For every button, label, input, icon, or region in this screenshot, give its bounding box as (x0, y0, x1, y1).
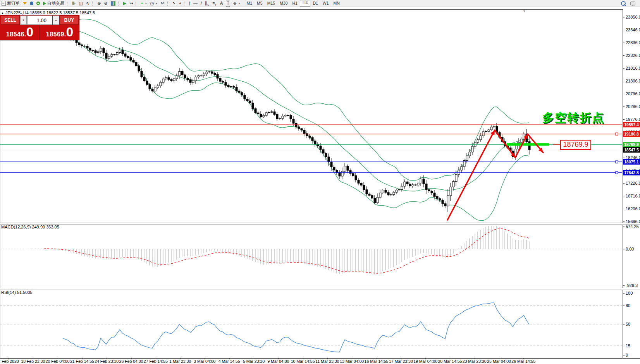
autotrading-button-label: 自动交易 (47, 0, 64, 6)
template-mail-icon-glyph: ✉ (161, 0, 164, 6)
rsi-indicator-label: RSI(14) 51.5005 (1, 290, 33, 295)
line-chart-icon-glyph: ∿ (86, 0, 89, 6)
timeframe-button-m30[interactable]: M30 (277, 0, 290, 6)
macd-axis-label: 0.00 (623, 246, 634, 252)
fibonacci-icon[interactable]: ≡F (211, 0, 218, 6)
sell-price[interactable]: 18546.0 (0, 26, 40, 40)
sell-price-main: 18546. (6, 31, 26, 38)
channel-icon[interactable]: ∥E (203, 0, 211, 6)
time-axis[interactable]: 7 Feb 202018 Feb 23:3020 Feb 04:0021 Feb… (0, 359, 640, 364)
timeframe-button-m5[interactable]: M5 (255, 0, 265, 6)
chart-shift-icon[interactable]: ↦ (128, 0, 134, 6)
zoom-out-icon[interactable]: ⊖ (102, 0, 109, 6)
signal-icon (36, 2, 40, 5)
search-icon[interactable] (619, 0, 629, 6)
chart-shift-marker-icon[interactable]: ▼ (523, 9, 526, 13)
market-watch-person-icon[interactable] (28, 0, 35, 6)
timeframe-button-d1[interactable]: D1 (310, 0, 320, 6)
sell-button[interactable]: SELL (1, 15, 20, 25)
time-tick-label: 10 Mar 14:55 (291, 359, 315, 364)
new-order-button[interactable]: 新订单 (0, 0, 21, 6)
time-tick-label: 11 Mar 23:30 (315, 359, 339, 364)
template-mail-icon[interactable]: ✉ (159, 0, 166, 6)
text-icon[interactable]: A (218, 0, 224, 6)
magnifier-glyph (621, 1, 626, 6)
shapes-icon[interactable]: ◆▼ (232, 0, 242, 6)
price-tick-label: 23346.0 (623, 27, 640, 33)
candlestick-chart-icon[interactable]: ◫ (77, 0, 84, 6)
play-icon (43, 2, 46, 5)
buy-price-big-digit: 0 (66, 26, 73, 38)
price-tick-label: 21816.0 (623, 65, 640, 71)
timeframe-button-h1[interactable]: H1 (290, 0, 300, 6)
time-tick-label: 7 Feb 2020 (0, 359, 19, 364)
auto-scroll-icon-glyph: ▶ (123, 0, 126, 6)
line-price-tag: 17642.8 (623, 170, 640, 175)
time-tick-label: 26 Mar 14:55 (511, 359, 535, 364)
channel-icon-letter: E (208, 3, 210, 6)
toolbar-separator (167, 1, 170, 6)
chat-glyph (630, 2, 635, 5)
zoom-in-icon[interactable]: ⊕ (96, 0, 102, 6)
time-tick-label: 23 Mar 23:30 (463, 359, 487, 364)
price-flag-connector (553, 144, 560, 145)
autotrading-button[interactable]: 自动交易 (41, 0, 66, 6)
bar-chart-icon-glyph: ⊪ (72, 0, 76, 6)
volume-increase-button[interactable]: ▲ (53, 15, 59, 25)
rsi-axis-label: 15 (623, 343, 630, 349)
label-icon[interactable]: T (224, 0, 232, 6)
buy-price-main: 18569. (46, 31, 66, 38)
vertical-line-icon[interactable]: | (188, 0, 192, 6)
rsi-axis-label: 50 (623, 321, 630, 327)
buy-price[interactable]: 18569.0 (40, 26, 79, 40)
new-chart-icon[interactable]: +▼ (139, 0, 148, 6)
toolbar-separator (184, 1, 186, 6)
auto-scroll-icon[interactable]: ▶ (122, 0, 128, 6)
line-chart-icon[interactable]: ∿ (84, 0, 91, 6)
bar-chart-icon[interactable]: ⊪ (71, 0, 77, 6)
timeframe-button-mn[interactable]: MN (331, 0, 342, 6)
volume-decrease-button[interactable]: ▼ (20, 15, 27, 25)
panel-separator-main-macd[interactable] (0, 223, 640, 225)
timeframe-button-w1[interactable]: W1 (320, 0, 331, 6)
period-clock-icon-caret: ▼ (155, 2, 158, 5)
volume-input[interactable]: 1.00 (27, 15, 52, 25)
new-order-page-icon (2, 1, 6, 6)
price-axis[interactable]: 23856.023346.022836.022326.021816.021306… (623, 9, 640, 359)
chat-icon[interactable] (629, 0, 637, 6)
text-icon-glyph: A (220, 0, 223, 6)
funnel-icon (23, 2, 27, 5)
time-tick-label: 16 Mar 14:55 (365, 359, 389, 364)
current-price-tag: 18547.5 (623, 147, 640, 153)
indicators-funnel-icon[interactable] (21, 0, 28, 6)
buy-button[interactable]: BUY (60, 15, 79, 25)
price-tick-label: 20286.0 (623, 104, 640, 109)
period-clock-icon[interactable]: ◷▼ (149, 0, 160, 6)
mt4-terminal-window: 新订单自动交易⊪◫∿⊕⊖▶↦+▼◷▼✉↖+|—/∥E≡FAT◆▼ M1M5M15… (0, 0, 640, 364)
time-tick-label: 5 Mar 23:30 (243, 359, 265, 364)
timeframe-button-m1[interactable]: M1 (244, 0, 255, 6)
one-click-collapse-icon[interactable]: ▲ (1, 12, 4, 14)
toolbar-separator (136, 1, 138, 6)
timeframe-button-m15[interactable]: M15 (265, 0, 277, 6)
vertical-line-icon-glyph: | (189, 0, 190, 6)
toolbar-tools: 新订单自动交易⊪◫∿⊕⊖▶↦+▼◷▼✉↖+|—/∥E≡FAT◆▼ (0, 0, 242, 6)
chart-canvas[interactable] (0, 9, 623, 358)
panel-separator-macd-rsi[interactable] (0, 288, 640, 290)
zoom-in-icon-glyph: ⊕ (97, 0, 101, 6)
horizontal-line-icon[interactable]: — (192, 0, 199, 6)
time-tick-label: 26 Feb 04:00 (119, 359, 143, 364)
signal-icon[interactable] (35, 0, 41, 6)
cursor-icon[interactable]: ↖ (171, 0, 177, 6)
horizontal-line-icon-glyph: — (193, 0, 198, 6)
tile-windows-icon[interactable] (109, 0, 117, 6)
price-tick-label: 22836.0 (623, 40, 640, 45)
sell-price-big-digit: 0 (26, 26, 33, 38)
crosshair-icon[interactable]: + (177, 0, 183, 6)
timeframe-button-h4[interactable]: H4 (300, 0, 310, 7)
price-tick-label: 16206.0 (623, 206, 640, 211)
time-tick-label: 9 Mar 04:00 (267, 359, 289, 364)
time-tick-label: 24 Feb 23:30 (95, 359, 119, 364)
shapes-icon-caret: ▼ (238, 2, 241, 5)
trendline-icon[interactable]: / (199, 0, 203, 6)
